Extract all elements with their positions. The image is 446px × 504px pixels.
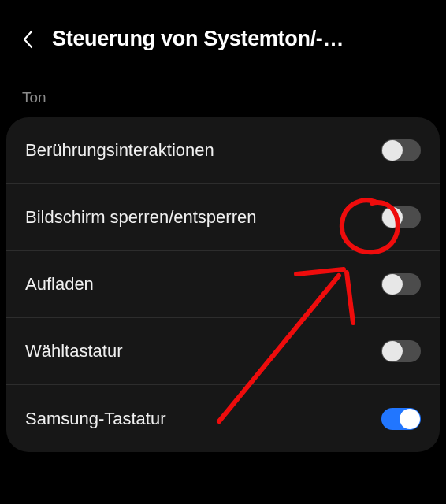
- row-label: Wähltastatur: [25, 341, 123, 361]
- settings-panel: Berührungsinteraktionen Bildschirm sperr…: [6, 117, 440, 452]
- section-label: Ton: [0, 67, 446, 117]
- toggle-touch-interactions[interactable]: [381, 139, 421, 161]
- row-charging[interactable]: Aufladen: [6, 251, 440, 318]
- toggle-samsung-keyboard[interactable]: [381, 408, 421, 430]
- header: Steuerung von Systemton/-…: [0, 0, 446, 67]
- row-label: Bildschirm sperren/entsperren: [25, 207, 256, 228]
- row-touch-interactions[interactable]: Berührungsinteraktionen: [6, 117, 440, 184]
- row-label: Berührungsinteraktionen: [25, 140, 214, 161]
- row-label: Samsung-Tastatur: [25, 409, 166, 429]
- page-title: Steuerung von Systemton/-…: [52, 27, 344, 51]
- toggle-charging[interactable]: [381, 273, 421, 295]
- row-dialpad[interactable]: Wähltastatur: [6, 318, 440, 385]
- toggle-dialpad[interactable]: [381, 340, 421, 362]
- row-samsung-keyboard[interactable]: Samsung-Tastatur: [6, 385, 440, 452]
- row-lock-unlock-screen[interactable]: Bildschirm sperren/entsperren: [6, 184, 440, 251]
- row-label: Aufladen: [25, 274, 94, 295]
- back-icon[interactable]: [17, 29, 38, 50]
- toggle-lock-unlock-screen[interactable]: [381, 206, 421, 228]
